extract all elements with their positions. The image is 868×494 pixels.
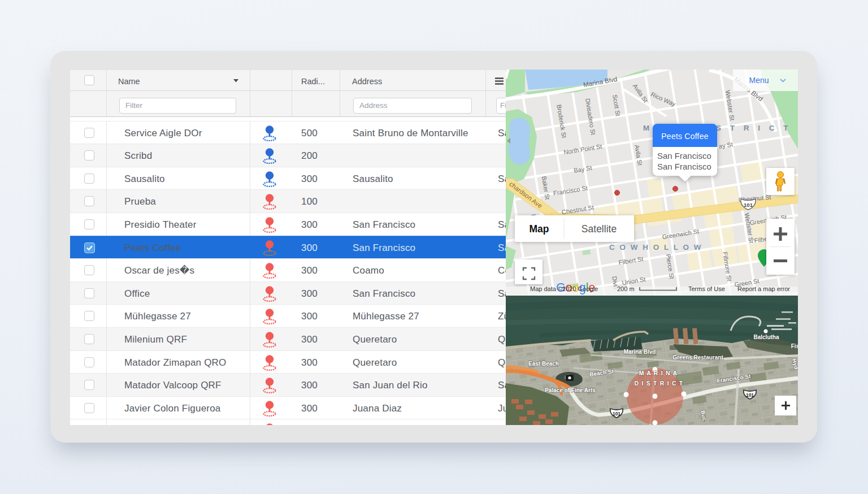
svg-text:Report a map error: Report a map error bbox=[737, 285, 790, 292]
svg-text:101: 101 bbox=[744, 202, 753, 208]
svg-text:C O W H O L L O W: C O W H O L L O W bbox=[609, 243, 702, 252]
svg-text:East Beach: East Beach bbox=[528, 361, 559, 367]
svg-text:101: 101 bbox=[746, 392, 754, 398]
svg-text:Satellite: Satellite bbox=[581, 223, 617, 235]
svg-text:Balclutha: Balclutha bbox=[753, 334, 779, 340]
svg-text:Peets Coffee: Peets Coffee bbox=[661, 132, 709, 141]
svg-text:San Francisco: San Francisco bbox=[657, 162, 711, 171]
svg-text:S T R I C T: S T R I C T bbox=[716, 124, 792, 132]
svg-text:Map: Map bbox=[530, 223, 549, 235]
svg-text:San Francisco: San Francisco bbox=[657, 151, 711, 161]
svg-text:101: 101 bbox=[613, 411, 620, 417]
svg-text:Marina Blvd: Marina Blvd bbox=[624, 349, 656, 355]
svg-text:Greens Restaurant: Greens Restaurant bbox=[672, 354, 723, 361]
svg-text:D I S T R I C T: D I S T R I C T bbox=[635, 380, 684, 387]
svg-text:Fis: Fis bbox=[791, 343, 798, 349]
svg-text:M A R I N A: M A R I N A bbox=[639, 370, 678, 376]
svg-text:Terms of Use: Terms of Use bbox=[688, 285, 725, 292]
svg-text:Map data ©2020 Google: Map data ©2020 Google bbox=[530, 285, 598, 292]
svg-text:200 m: 200 m bbox=[617, 285, 635, 292]
svg-text:Menu: Menu bbox=[749, 76, 769, 85]
svg-text:Palace of Fine Arts: Palace of Fine Arts bbox=[545, 387, 596, 393]
